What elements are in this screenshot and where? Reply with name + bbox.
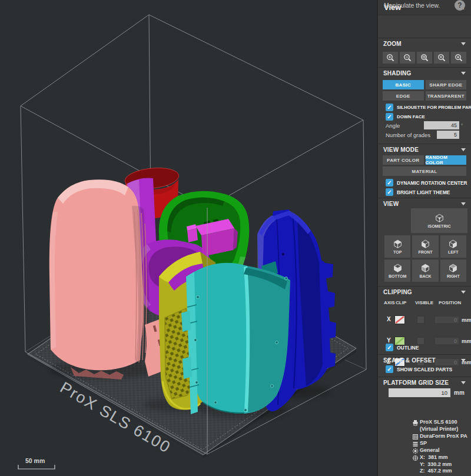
view-mode-buttons-row1: PART COLOR RANDOM COLOR xyxy=(378,155,471,165)
section-platform-grid-label: PLATFORM GRID SIZE xyxy=(383,380,449,386)
panel-description: Manipulate the view. xyxy=(384,2,440,9)
status-printer-sub: (Virtual Printer) xyxy=(420,426,458,433)
status-print-style: SP xyxy=(420,440,427,447)
view-front-button[interactable]: FRONT xyxy=(412,235,438,258)
shading-buttons-row1: BASIC SHARP EDGE xyxy=(378,80,471,89)
grid-size-field[interactable]: 10 xyxy=(389,388,450,397)
chevron-down-icon xyxy=(461,42,466,45)
scale-bar-label: 50 mm xyxy=(25,457,45,464)
section-clipping[interactable]: CLIPPING xyxy=(378,286,471,298)
material-icon xyxy=(412,433,420,440)
panel-description-row: Manipulate the view. ? xyxy=(378,0,471,11)
status-dim-x: X: 381 mm xyxy=(420,454,448,461)
dynamic-rotation-row: ✓ DYNAMIC ROTATION CENTER xyxy=(378,179,471,187)
view-back-button[interactable]: BACK xyxy=(412,259,438,282)
view-right-button[interactable]: RIGHT xyxy=(440,259,466,282)
zoom-window-button[interactable] xyxy=(417,52,432,64)
isometric-view-button[interactable]: ISOMETRIC xyxy=(411,208,467,233)
status-dim-z: Z: 457.2 mm xyxy=(420,468,452,475)
section-zoom[interactable]: ZOOM xyxy=(378,38,471,49)
view-left-button[interactable]: LEFT xyxy=(440,235,466,258)
chevron-down-icon xyxy=(461,359,466,362)
random-color-button[interactable]: RANDOM COLOR xyxy=(426,155,467,165)
status-printer: ProX SLS 6100 xyxy=(420,419,457,426)
section-platform-grid[interactable]: PLATFORM GRID SIZE xyxy=(378,377,471,388)
view-mode-buttons-row2: MATERIAL xyxy=(378,167,471,176)
silhouette-label: SILHOUETTE FOR PROBLEM PARTS xyxy=(397,105,471,110)
silhouette-checkbox[interactable]: ✓ xyxy=(386,104,393,111)
section-scale-offset[interactable]: SCALE & OFFSET xyxy=(378,354,471,366)
clip-x-swatch[interactable] xyxy=(394,315,405,324)
visible-x-checkbox[interactable] xyxy=(417,316,424,324)
cube-isometric-icon xyxy=(434,213,445,223)
zoom-selection-button[interactable] xyxy=(451,52,466,64)
outline-row: ✓ OUTLINE xyxy=(378,344,471,351)
grades-row: Number of grades 5 xyxy=(378,131,471,139)
show-scaled-checkbox[interactable]: ✓ xyxy=(386,365,393,373)
grades-field[interactable]: 5 xyxy=(437,131,459,139)
grid-size-row: 10 mm xyxy=(378,388,471,397)
cube-top-icon xyxy=(393,239,403,249)
view-direction-row1: TOP FRONT LEFT xyxy=(378,235,471,258)
show-scaled-row: ✓ SHOW SCALED PARTS xyxy=(378,365,471,373)
cube-left-icon xyxy=(448,239,458,249)
chevron-down-icon xyxy=(461,291,466,294)
grades-label: Number of grades xyxy=(386,132,437,138)
shading-basic-button[interactable]: BASIC xyxy=(383,80,424,89)
zoom-buttons xyxy=(378,52,471,64)
cube-back-icon xyxy=(420,263,430,273)
downface-label: DOWN FACE xyxy=(397,114,425,119)
grid-size-unit: mm xyxy=(454,390,465,396)
angle-field[interactable]: 45 xyxy=(424,121,459,129)
part-color-button[interactable]: PART COLOR xyxy=(383,155,424,165)
silhouette-checkbox-row: ✓ SILHOUETTE FOR PROBLEM PARTS xyxy=(378,104,471,111)
section-view-mode-label: VIEW MODE xyxy=(383,147,419,153)
dynamic-rotation-label: DYNAMIC ROTATION CENTER xyxy=(397,180,467,186)
shading-edge-button[interactable]: EDGE xyxy=(383,91,424,101)
section-shading-label: SHADING xyxy=(383,70,412,76)
help-icon[interactable]: ? xyxy=(455,0,465,11)
angle-row: Angle 45 ° xyxy=(378,121,471,129)
zoom-in-button[interactable] xyxy=(383,52,398,64)
shading-buttons-row2: EDGE TRANSPARENT xyxy=(378,91,471,101)
section-clipping-label: CLIPPING xyxy=(383,289,412,295)
layers-icon xyxy=(412,440,420,447)
section-view-mode[interactable]: VIEW MODE xyxy=(378,144,471,155)
angle-label: Angle xyxy=(386,122,424,129)
printer-icon xyxy=(412,419,420,426)
section-view-label: VIEW xyxy=(383,201,399,207)
printer-status-block: ProX SLS 6100 (Virtual Printer) DuraForm… xyxy=(412,419,471,475)
view-top-button[interactable]: TOP xyxy=(384,235,410,258)
downface-checkbox[interactable]: ✓ xyxy=(386,113,393,121)
zoom-extents-button[interactable] xyxy=(434,52,449,64)
chevron-down-icon xyxy=(461,202,466,205)
zoom-out-button[interactable] xyxy=(400,52,415,64)
material-button[interactable]: MATERIAL xyxy=(383,167,466,176)
status-dim-y: Y: 330.2 mm xyxy=(420,461,452,468)
view-panel: View ✕ Manipulate the view. ? ZOOM SHADI… xyxy=(377,0,471,476)
outline-checkbox[interactable]: ✓ xyxy=(386,344,393,351)
gear-icon xyxy=(412,447,420,454)
app-window: ProX SLS 6100 xyxy=(0,0,471,476)
dimensions-icon xyxy=(412,454,420,461)
chevron-down-icon xyxy=(461,381,466,384)
bright-theme-label: BRIGHT LIGHT THEME xyxy=(397,189,450,195)
viewport-3d[interactable]: ProX SLS 6100 xyxy=(0,0,377,476)
clipping-table-header: AXIS CLIP VISIBLE POSITION xyxy=(378,300,471,307)
dynamic-rotation-checkbox[interactable]: ✓ xyxy=(386,179,393,187)
shading-sharp-edge-button[interactable]: SHARP EDGE xyxy=(426,80,467,89)
clipping-row-x: X 0 mm xyxy=(378,315,471,325)
bright-theme-checkbox[interactable]: ✓ xyxy=(386,188,393,196)
chevron-down-icon xyxy=(461,148,466,151)
shading-transparent-button[interactable]: TRANSPARENT xyxy=(426,91,467,101)
bright-theme-row: ✓ BRIGHT LIGHT THEME xyxy=(378,188,471,196)
section-view[interactable]: VIEW xyxy=(378,198,471,209)
chevron-down-icon xyxy=(461,72,466,75)
status-profile: General xyxy=(420,447,440,454)
show-scaled-label: SHOW SCALED PARTS xyxy=(397,367,452,372)
part-cyan-sleeve[interactable] xyxy=(181,263,290,414)
position-x-field[interactable]: 0 xyxy=(434,316,459,324)
section-shading[interactable]: SHADING xyxy=(378,67,471,79)
downface-checkbox-row: ✓ DOWN FACE xyxy=(378,113,471,121)
view-bottom-button[interactable]: BOTTOM xyxy=(384,259,410,282)
